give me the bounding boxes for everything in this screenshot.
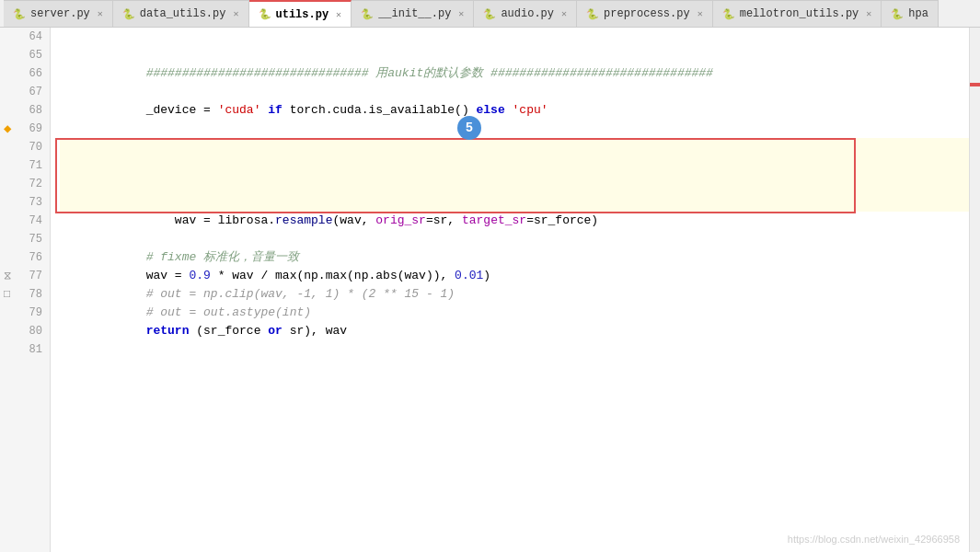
code-line-67: _device = 'cuda' if torch.cuda.is_availa…: [60, 83, 969, 101]
tab-hpa-label: hpa: [908, 7, 928, 20]
code-line-80: [60, 322, 969, 340]
editor-area: 64 65 66 67 68 69 70 71 72 73 74 75 76 7…: [0, 28, 980, 552]
code-lines: ############################### 用aukit的默…: [51, 28, 969, 359]
line-78: 78: [0, 285, 50, 304]
line-68: 68: [0, 101, 50, 120]
tab-init-close[interactable]: ✕: [458, 8, 464, 19]
line-81: 81: [0, 340, 50, 359]
audio-tab-icon: 🐍: [483, 8, 496, 20]
tab-mellotron-label: mellotron_utils.py: [740, 7, 859, 20]
tab-data-utils-label: data_utils.py: [140, 7, 226, 20]
code-line-77: # out = np.clip(wav, -1, 1) * (2 ** 15 -…: [60, 267, 969, 285]
line-79: 79: [0, 304, 50, 322]
preprocess-tab-icon: 🐍: [586, 8, 599, 20]
tab-data-utils[interactable]: 🐍 data_utils.py ✕: [113, 0, 249, 28]
tab-mellotron[interactable]: 🐍 mellotron_utils.py ✕: [713, 0, 882, 28]
line-65: 65: [0, 46, 50, 64]
code-line-76: wav = 0.9 * wav / max(np.max(np.abs(wav)…: [60, 248, 969, 267]
code-area[interactable]: ############################### 用aukit的默…: [51, 28, 969, 552]
tab-audio-close[interactable]: ✕: [561, 8, 567, 19]
code-line-74: [60, 212, 969, 230]
tab-preprocess-label: preprocess.py: [604, 7, 690, 20]
line-67: 67: [0, 83, 50, 101]
code-line-73: wav = librosa.resample(wav, orig_sr=sr, …: [60, 193, 969, 212]
line-69: 69: [0, 120, 50, 138]
line-80: 80: [0, 322, 50, 340]
tab-server[interactable]: 🐍 server.py ✕: [4, 0, 113, 28]
tab-data-utils-close[interactable]: ✕: [233, 8, 238, 19]
line-74: 74: [0, 212, 50, 230]
server-tab-icon: 🐍: [13, 8, 26, 20]
scrollbar-marker: [970, 83, 980, 86]
line-70: 70: [0, 138, 50, 156]
init-tab-icon: 🐍: [361, 8, 374, 20]
mellotron-tab-icon: 🐍: [722, 8, 735, 20]
code-line-71: wav, sr = librosa.load(fpath, sr=None): [60, 156, 969, 175]
tab-utils[interactable]: 🐍 utils.py ✕: [249, 0, 352, 28]
tab-init-label: __init__.py: [378, 7, 451, 20]
code-line-78: # out = out.astype(int): [60, 285, 969, 304]
tab-hpa[interactable]: 🐍 hpa: [882, 0, 939, 28]
code-line-70: def read(fpath, sr_force=None):: [60, 138, 969, 156]
line-76: 76: [0, 248, 50, 267]
code-line-65: ############################### 用aukit的默…: [60, 46, 969, 64]
code-line-81: [60, 340, 969, 359]
line-66: 66: [0, 64, 50, 83]
tab-server-close[interactable]: ✕: [98, 8, 103, 19]
tab-utils-label: utils.py: [276, 8, 329, 21]
line-72: 72: [0, 175, 50, 193]
code-line-64: [60, 28, 969, 46]
code-line-72: if (sr_force is not None) and (sr != sr_…: [60, 175, 969, 193]
step-badge: 5: [457, 116, 481, 140]
badge-value: 5: [466, 121, 473, 135]
tab-audio[interactable]: 🐍 audio.py ✕: [474, 0, 577, 28]
code-line-75: # fixme 标准化，音量一致: [60, 230, 969, 248]
watermark: https://blog.csdn.net/weixin_42966958: [788, 534, 960, 545]
tab-bar: 🐍 server.py ✕ 🐍 data_utils.py ✕ 🐍 utils.…: [0, 0, 980, 28]
line-64: 64: [0, 28, 50, 46]
right-scrollbar[interactable]: [969, 28, 980, 552]
line-71: 71: [0, 156, 50, 175]
line-77: 77: [0, 267, 50, 285]
code-line-66: [60, 64, 969, 83]
code-line-69: [60, 120, 969, 138]
tab-preprocess[interactable]: 🐍 preprocess.py ✕: [577, 0, 713, 28]
tab-audio-label: audio.py: [501, 7, 554, 20]
tab-server-label: server.py: [30, 7, 90, 20]
tab-preprocess-close[interactable]: ✕: [698, 8, 703, 19]
data-utils-tab-icon: 🐍: [122, 8, 135, 20]
tab-mellotron-close[interactable]: ✕: [866, 8, 871, 19]
utils-tab-icon: 🐍: [259, 8, 271, 20]
code-line-79: return (sr_force or sr), wav: [60, 304, 969, 322]
line-75: 75: [0, 230, 50, 248]
line-73: 73: [0, 193, 50, 212]
line-numbers: 64 65 66 67 68 69 70 71 72 73 74 75 76 7…: [0, 28, 51, 552]
tab-utils-close[interactable]: ✕: [336, 9, 341, 20]
hpa-tab-icon: 🐍: [891, 8, 904, 20]
code-line-68: [60, 101, 969, 120]
tab-init[interactable]: 🐍 __init__.py ✕: [352, 0, 474, 28]
